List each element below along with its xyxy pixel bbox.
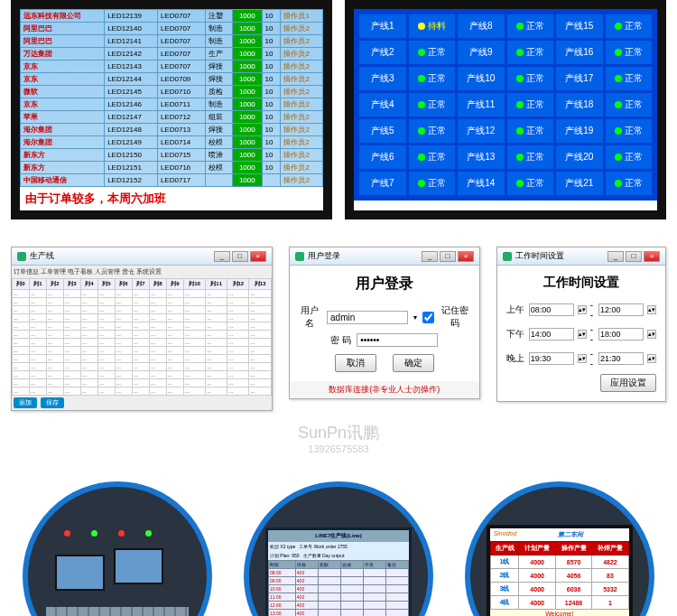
factory-photo-2: LINE7生产线(Line) 机型 X2 type工单号 Work order … <box>244 481 433 616</box>
production-order-screen: 远东科技有限公司LED12139LED0707注塑100010操作员1阿里巴巴L… <box>11 0 332 219</box>
data-grid[interactable]: 列0列1列2列3列4列5列6列7列8列9列10列11列12列13........… <box>12 278 272 396</box>
add-button[interactable]: 添加 <box>14 397 37 408</box>
time-to-input[interactable] <box>598 303 644 316</box>
order-table: 远东科技有限公司LED12139LED0707注塑100010操作员1阿里巴巴L… <box>20 9 323 187</box>
spinner-icon[interactable]: ▴▾ <box>647 354 656 363</box>
factory-photo-3: Sinodod第二车间 生产线计划产量操作产量补焊产量1线40008570482… <box>465 481 654 616</box>
apply-button[interactable]: 应用设置 <box>600 374 656 392</box>
maximize-button[interactable]: □ <box>626 251 642 262</box>
worktime-dialog: 工作时间设置 _□× 工作时间设置 上午▴▾--▴▾下午▴▾--▴▾晚上▴▾--… <box>496 247 666 402</box>
spinner-icon[interactable]: ▴▾ <box>578 330 587 339</box>
worktime-heading: 工作时间设置 <box>506 275 656 291</box>
titlebar: 工作时间设置 _□× <box>497 247 665 266</box>
app-icon <box>295 252 304 261</box>
time-to-input[interactable] <box>598 352 644 365</box>
ticker-message: 由于订单较多，本周六加班 <box>20 187 323 210</box>
line-status-screen: 产线1待料产线8正常产线15正常产线2正常产线9正常产线16正常产线3正常产线1… <box>345 0 666 219</box>
titlebar: 用户登录 _□× <box>290 247 479 266</box>
period-label: 晚上 <box>506 352 525 365</box>
titlebar: 生产线 _□× <box>12 247 272 266</box>
username-label: 用户名 <box>299 304 321 330</box>
footer-bar: 添加 保存 <box>12 396 272 410</box>
factory-photo-1 <box>23 481 212 616</box>
time-from-input[interactable] <box>529 328 574 341</box>
app-icon <box>503 252 512 261</box>
remember-checkbox[interactable] <box>422 312 434 323</box>
ok-button[interactable]: 确定 <box>393 354 434 372</box>
minimize-button[interactable]: _ <box>607 251 624 262</box>
workshop-table: 生产线计划产量操作产量补焊产量1线4000857048222线400040568… <box>490 541 629 610</box>
welcome-text: Welcome! <box>490 610 629 616</box>
menu-tabs[interactable]: 订单信息 工单管理 电子看板 人员管理 货仓 系统设置 <box>12 266 272 278</box>
maximize-button[interactable]: □ <box>440 251 456 262</box>
username-input[interactable] <box>327 311 408 324</box>
time-from-input[interactable] <box>529 303 574 316</box>
close-button[interactable]: × <box>458 251 474 262</box>
minimize-button[interactable]: _ <box>214 251 230 262</box>
window-title: 工作时间设置 <box>515 250 564 262</box>
time-to-input[interactable] <box>598 328 644 341</box>
login-heading: 用户登录 <box>299 275 470 294</box>
save-button[interactable]: 保存 <box>41 397 64 408</box>
spinner-icon[interactable]: ▴▾ <box>578 305 587 314</box>
time-from-input[interactable] <box>529 352 574 365</box>
line-status-grid: 产线1待料产线8正常产线15正常产线2正常产线9正常产线16正常产线3正常产线1… <box>359 14 652 195</box>
hourly-table: 时段目标实际达成不良备注08:0040009:0040010:0040011:0… <box>268 560 409 616</box>
window-title: 用户登录 <box>308 250 340 262</box>
watermark: SunPn讯鹏13926575583 <box>0 422 677 454</box>
password-label: 密 码 <box>330 334 351 347</box>
remember-label: 记住密码 <box>440 304 470 330</box>
app-icon <box>17 252 26 261</box>
close-button[interactable]: × <box>250 251 266 262</box>
spinner-icon[interactable]: ▴▾ <box>647 330 656 339</box>
cancel-button[interactable]: 取消 <box>335 354 376 372</box>
minimize-button[interactable]: _ <box>422 251 438 262</box>
board-title: LINE7生产线(Line) <box>268 530 409 542</box>
spinner-icon[interactable]: ▴▾ <box>647 305 656 314</box>
password-input[interactable] <box>357 333 438 347</box>
window-title: 生产线 <box>30 250 54 262</box>
login-dialog: 用户登录 _□× 用户登录 用户名 ▾ 记住密码 密 码 取消 确定 数据库连接… <box>289 247 480 399</box>
db-warning[interactable]: 数据库连接(非专业人士勿操作) <box>290 381 479 398</box>
spinner-icon[interactable]: ▴▾ <box>578 354 587 363</box>
period-label: 下午 <box>506 328 525 341</box>
period-label: 上午 <box>506 303 525 316</box>
maximize-button[interactable]: □ <box>232 251 248 262</box>
spreadsheet-window: 生产线 _□× 订单信息 工单管理 电子看板 人员管理 货仓 系统设置 列0列1… <box>11 247 273 411</box>
close-button[interactable]: × <box>644 251 660 262</box>
